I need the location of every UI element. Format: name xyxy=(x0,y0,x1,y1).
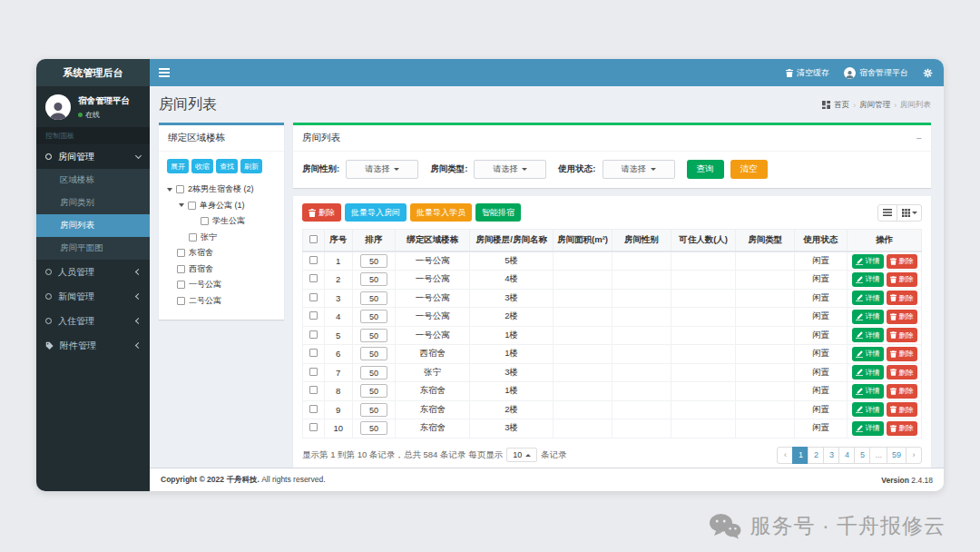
select-all-checkbox[interactable] xyxy=(309,235,318,243)
toggle-view-button[interactable] xyxy=(877,204,897,222)
row-detail-button[interactable]: 详情 xyxy=(852,291,884,305)
tree-node[interactable]: 2栋男生宿舍楼 (2) xyxy=(167,182,276,198)
row-delete-button[interactable]: 删除 xyxy=(887,421,917,436)
sort-input[interactable]: 50 xyxy=(360,421,387,435)
room-gender-select[interactable]: 请选择 xyxy=(346,160,418,179)
breadcrumb-room-management[interactable]: 房间管理 xyxy=(859,100,890,111)
tree-checkbox[interactable] xyxy=(189,233,197,242)
row-checkbox[interactable] xyxy=(309,293,318,301)
row-checkbox[interactable] xyxy=(309,368,318,376)
tree-caret-icon[interactable] xyxy=(167,188,172,192)
sort-input[interactable]: 50 xyxy=(360,384,387,398)
row-delete-button[interactable]: 删除 xyxy=(887,310,917,324)
row-delete-button[interactable]: 删除 xyxy=(887,365,917,380)
sidebar-toggle-icon[interactable] xyxy=(159,68,170,77)
row-checkbox[interactable] xyxy=(309,423,318,431)
pager-page[interactable]: 3 xyxy=(823,447,839,464)
pager-page[interactable]: 2 xyxy=(808,447,824,464)
tree-node[interactable]: 单身公寓 (1) xyxy=(167,198,276,214)
smart-assign-button[interactable]: 智能排宿 xyxy=(475,203,521,222)
row-delete-button[interactable]: 删除 xyxy=(887,384,917,399)
tree-checkbox[interactable] xyxy=(177,249,185,257)
tree-node[interactable]: 张宁 xyxy=(167,230,276,246)
delete-button[interactable]: 删除 xyxy=(302,203,341,222)
row-detail-button[interactable]: 详情 xyxy=(852,421,884,436)
row-detail-button[interactable]: 详情 xyxy=(852,365,884,380)
tree-button[interactable]: 刷新 xyxy=(240,159,262,173)
sort-input[interactable]: 50 xyxy=(360,291,387,305)
pager-page[interactable]: 5 xyxy=(854,447,870,464)
tree-node[interactable]: 学生公寓 xyxy=(167,213,276,230)
tree-checkbox[interactable] xyxy=(177,265,185,273)
row-detail-button[interactable]: 详情 xyxy=(852,254,884,269)
use-status-select[interactable]: 请选择 xyxy=(603,160,675,179)
sidebar-item-room-management[interactable]: 房间管理 xyxy=(36,144,150,169)
clear-button[interactable]: 清空 xyxy=(730,160,768,179)
batch-import-rooms-button[interactable]: 批量导入房间 xyxy=(345,203,407,222)
sort-input[interactable]: 50 xyxy=(360,347,387,360)
pager-page[interactable]: 1 xyxy=(792,447,808,464)
sort-input[interactable]: 50 xyxy=(360,366,387,380)
columns-button[interactable] xyxy=(897,204,922,222)
tree-node[interactable]: 一号公寓 xyxy=(167,277,276,293)
row-detail-button[interactable]: 详情 xyxy=(852,347,884,361)
tree-checkbox[interactable] xyxy=(176,185,184,193)
row-checkbox[interactable] xyxy=(309,311,318,320)
row-delete-button[interactable]: 删除 xyxy=(887,272,917,287)
sort-input[interactable]: 50 xyxy=(360,403,387,417)
breadcrumb-home[interactable]: 首页 xyxy=(834,100,849,111)
row-detail-button[interactable]: 详情 xyxy=(852,402,884,417)
tree-node[interactable]: 西宿舍 xyxy=(167,261,276,278)
collapse-panel-button[interactable]: − xyxy=(916,133,922,143)
tree-button[interactable]: 收缩 xyxy=(191,159,213,173)
row-detail-button[interactable]: 详情 xyxy=(852,328,884,342)
tree-node[interactable]: 东宿舍 xyxy=(167,245,276,261)
tree-node[interactable]: 二号公寓 xyxy=(167,293,276,310)
sort-input[interactable]: 50 xyxy=(360,254,387,268)
row-delete-button[interactable]: 删除 xyxy=(887,402,917,417)
navbar-user-menu[interactable]: 宿舍管理平台 xyxy=(844,67,908,79)
sort-input[interactable]: 50 xyxy=(360,272,387,286)
row-detail-button[interactable]: 详情 xyxy=(852,310,884,324)
tree-caret-icon[interactable] xyxy=(179,203,184,207)
row-delete-button[interactable]: 删除 xyxy=(887,291,917,305)
sidebar-subitem[interactable]: 房间列表 xyxy=(36,214,150,237)
tree-checkbox[interactable] xyxy=(188,202,196,210)
sidebar-item[interactable]: 入住管理 xyxy=(36,309,150,333)
sidebar-item[interactable]: 附件管理 xyxy=(36,333,150,358)
sidebar-subitem[interactable]: 区域楼栋 xyxy=(36,169,150,192)
tree-checkbox[interactable] xyxy=(177,281,185,289)
tree-button[interactable]: 展开 xyxy=(167,159,189,173)
sort-input[interactable]: 50 xyxy=(360,310,387,323)
row-delete-button[interactable]: 删除 xyxy=(887,254,917,269)
row-checkbox[interactable] xyxy=(309,386,318,394)
settings-gear-icon[interactable] xyxy=(923,68,933,78)
row-checkbox[interactable] xyxy=(309,405,318,413)
pager-next[interactable]: › xyxy=(906,447,922,464)
pager-page[interactable]: 59 xyxy=(887,447,906,464)
row-checkbox[interactable] xyxy=(309,256,318,264)
tree-checkbox[interactable] xyxy=(201,217,209,225)
sidebar-subitem[interactable]: 房间类别 xyxy=(36,192,150,214)
tree-checkbox[interactable] xyxy=(177,297,185,305)
search-button[interactable]: 查询 xyxy=(687,160,724,179)
sort-input[interactable]: 50 xyxy=(360,329,387,342)
row-checkbox[interactable] xyxy=(309,330,318,339)
batch-import-students-button[interactable]: 批量导入学员 xyxy=(410,203,472,222)
sidebar-subitem[interactable]: 房间平面图 xyxy=(36,237,150,260)
row-detail-button[interactable]: 详情 xyxy=(852,384,884,399)
sidebar-item[interactable]: 人员管理 xyxy=(36,260,150,284)
pager-prev[interactable]: ‹ xyxy=(777,447,793,464)
tree-button[interactable]: 查找 xyxy=(216,159,238,173)
trash-icon xyxy=(890,350,897,358)
pager-page[interactable]: 4 xyxy=(838,447,855,464)
row-checkbox[interactable] xyxy=(309,274,318,282)
row-delete-button[interactable]: 删除 xyxy=(887,347,917,361)
sidebar-item[interactable]: 新闻管理 xyxy=(36,284,150,309)
room-type-select[interactable]: 请选择 xyxy=(474,160,546,179)
row-delete-button[interactable]: 删除 xyxy=(887,328,917,342)
page-size-select[interactable]: 10 xyxy=(506,448,537,462)
row-checkbox[interactable] xyxy=(309,349,318,357)
clear-cache-button[interactable]: 清空缓存 xyxy=(786,67,829,79)
row-detail-button[interactable]: 详情 xyxy=(852,272,884,287)
